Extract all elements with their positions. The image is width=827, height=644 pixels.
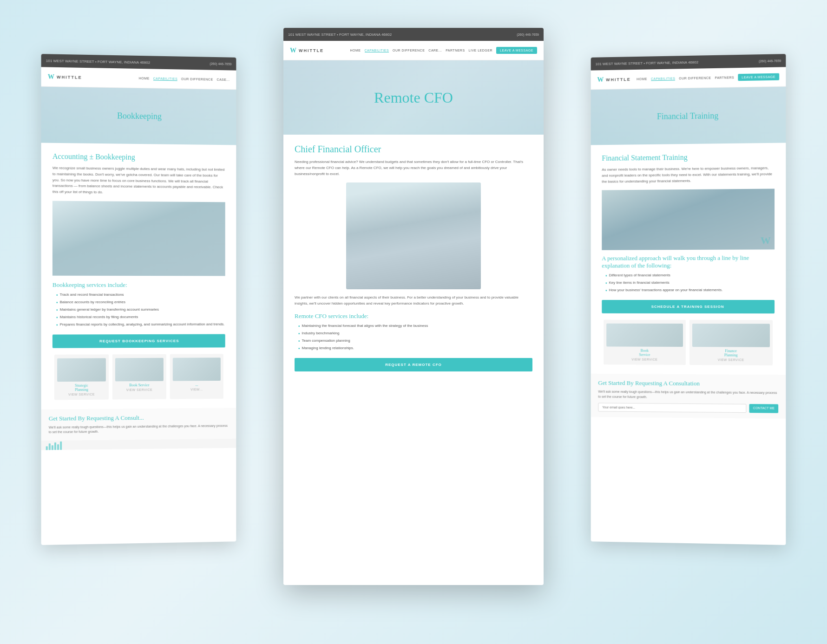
center-nav-partners[interactable]: PARTNERS xyxy=(446,49,465,52)
right-mini-card-img-1 xyxy=(606,324,683,347)
left-phone: (260) 446-7659 xyxy=(210,62,231,65)
center-logo: W WHITTLE xyxy=(290,47,324,54)
left-service-2: Balance accounts by reconciling entries xyxy=(56,300,225,306)
right-service-3: How your business' transactions appear o… xyxy=(605,288,774,293)
center-cta-button[interactable]: REQUEST A REMOTE CFO xyxy=(295,358,532,371)
left-mini-card-link-2[interactable]: VIEW SERVICE xyxy=(115,388,164,392)
center-white-nav: W WHITTLE HOME CAPABILITIES OUR DIFFEREN… xyxy=(283,41,544,60)
right-content: Financial Statement Training As owner ne… xyxy=(591,143,786,375)
right-cta-button[interactable]: SCHEDULE A TRAINING SESSION xyxy=(602,300,774,313)
left-nav-menu: HOME CAPABILITIES OUR DIFFERENCE CASE... xyxy=(139,76,230,81)
right-email-area: CONTACT ME xyxy=(598,403,778,413)
center-nav-menu: HOME CAPABILITIES OUR DIFFERENCE CARE...… xyxy=(350,47,537,54)
scene: 101 WEST WAYNE STREET • FORT WAYNE, INDI… xyxy=(0,0,827,644)
chart-bar-1 xyxy=(46,446,48,450)
center-hero-title: Remote CFO xyxy=(374,89,453,106)
left-chart-area xyxy=(41,439,236,450)
center-service-1: Maintaining the financial forecast that … xyxy=(298,324,532,329)
left-mini-card-link-3[interactable]: VIEW... xyxy=(173,388,221,391)
right-training-image: W xyxy=(602,189,774,250)
right-nav-menu: HOME CAPABILITIES OUR DIFFERENCE PARTNER… xyxy=(637,73,779,83)
right-nav-difference[interactable]: OUR DIFFERENCE xyxy=(679,76,711,80)
right-logo: W WHITTLE xyxy=(597,76,630,84)
center-top-nav: 101 WEST WAYNE STREET • FORT WAYNE, INDI… xyxy=(283,28,544,41)
left-mini-card-img-3 xyxy=(173,358,221,381)
bookkeeping-card: 101 WEST WAYNE STREET • FORT WAYNE, INDI… xyxy=(41,54,236,545)
right-hero: Financial Training xyxy=(591,87,786,145)
right-address: 101 WEST WAYNE STREET • FORT WAYNE, INDI… xyxy=(596,59,753,66)
left-logo-text: WHITTLE xyxy=(57,75,82,80)
left-logo-icon: W xyxy=(48,73,54,80)
center-leave-message-btn[interactable]: LEAVE A MESSAGE xyxy=(496,47,537,54)
center-services-title: Remote CFO services include: xyxy=(295,312,532,320)
left-services-title: Bookkeeping services include: xyxy=(53,281,225,289)
left-mini-card-1: StrategicPlanning VIEW SERVICE xyxy=(54,354,109,400)
center-nav-home[interactable]: HOME xyxy=(350,49,361,52)
left-nav-case[interactable]: CASE... xyxy=(217,78,230,81)
right-service-2: Key line items in financial statements xyxy=(605,280,774,286)
left-nav-capabilities[interactable]: CAPABILITIES xyxy=(153,77,177,81)
financial-training-card: 101 WEST WAYNE STREET • FORT WAYNE, INDI… xyxy=(591,54,786,545)
right-mini-card-link-2[interactable]: VIEW SERVICE xyxy=(692,358,770,362)
right-contact-btn[interactable]: CONTACT ME xyxy=(749,404,778,413)
svg-text:W: W xyxy=(761,235,771,246)
right-person-photo xyxy=(602,189,774,250)
left-cta-button[interactable]: REQUEST BOOKKEEPING SERVICES xyxy=(53,334,225,348)
right-leave-message-btn[interactable]: LEAVE A MESSAGE xyxy=(738,73,779,81)
left-mini-card-2: Book Service VIEW SERVICE xyxy=(112,354,166,400)
right-mini-card-title-1: BookService xyxy=(606,349,683,358)
chart-bar-4 xyxy=(54,442,56,450)
left-nav-home[interactable]: HOME xyxy=(139,77,150,80)
right-mini-card-link-1[interactable]: VIEW SERVICE xyxy=(606,358,683,362)
center-nav-ledger[interactable]: LIVE LEDGER xyxy=(469,49,492,52)
chart-bar-5 xyxy=(57,444,59,450)
right-body-text: As owner needs tools to manage their bus… xyxy=(602,165,774,185)
center-nav-capabilities[interactable]: CAPABILITIES xyxy=(365,49,389,52)
left-nav-difference[interactable]: OUR DIFFERENCE xyxy=(181,78,213,81)
center-body-text-1: Needing professional financial advice? W… xyxy=(295,159,532,177)
center-logo-icon: W xyxy=(290,47,296,54)
left-service-1: Track and record financial transactions xyxy=(56,293,225,298)
right-mini-card-2: FinancePlanning VIEW SERVICE xyxy=(689,320,773,365)
right-nav-partners[interactable]: PARTNERS xyxy=(715,76,735,79)
left-chart-bars xyxy=(46,441,62,450)
right-white-nav: W WHITTLE HOME CAPABILITIES OUR DIFFEREN… xyxy=(591,67,786,90)
left-mini-card-link-1[interactable]: VIEW SERVICE xyxy=(57,392,106,396)
right-consult-section: Get Started By Requesting A Consultation… xyxy=(591,374,786,419)
right-mini-card-title-2: FinancePlanning xyxy=(692,349,770,358)
left-mini-card-title-3: ... xyxy=(173,383,221,387)
right-logo-text: WHITTLE xyxy=(606,77,630,82)
center-phone: (260) 446-7659 xyxy=(517,33,539,36)
right-personalized-title: A personalized approach will walk you th… xyxy=(602,254,774,270)
left-booking-image xyxy=(53,201,225,276)
center-address: 101 WEST WAYNE STREET • FORT WAYNE, INDI… xyxy=(288,33,511,37)
chart-bar-3 xyxy=(52,445,53,450)
center-services-list: Maintaining the financial forecast that … xyxy=(295,324,532,351)
right-email-input[interactable] xyxy=(598,403,746,413)
left-body-text: We recognize small business owners juggl… xyxy=(53,165,225,196)
center-service-3: Team compensation planning xyxy=(298,338,532,344)
left-consult-section: Get Started By Requesting A Consult... W… xyxy=(41,408,236,441)
left-content: Accounting ± Bookkeeping We recognize sm… xyxy=(41,143,236,410)
center-nav-difference[interactable]: OUR DIFFERENCE xyxy=(393,49,425,52)
left-address: 101 WEST WAYNE STREET • FORT WAYNE, INDI… xyxy=(46,59,204,65)
center-content: Chief Financial Officer Needing professi… xyxy=(283,135,544,387)
center-service-4: Managing lending relationships. xyxy=(298,346,532,351)
left-person-photo xyxy=(53,201,225,276)
right-mini-cards: BookService VIEW SERVICE FinancePlanning… xyxy=(602,320,774,365)
right-logo-icon: W xyxy=(597,76,604,84)
center-logo-text: WHITTLE xyxy=(299,48,324,53)
center-nav-case[interactable]: CARE... xyxy=(428,49,442,52)
right-nav-home[interactable]: HOME xyxy=(637,77,647,80)
center-body-text-2: We partner with our clients on all finan… xyxy=(295,295,532,307)
right-nav-capabilities[interactable]: CAPABILITIES xyxy=(651,77,675,81)
right-watermark: W xyxy=(760,235,771,246)
left-mini-cards: StrategicPlanning VIEW SERVICE Book Serv… xyxy=(53,354,225,400)
left-section-title: Accounting ± Bookkeeping xyxy=(53,152,225,163)
left-service-5: Prepares financial reports by collecting… xyxy=(56,322,225,328)
center-service-2: Industry benchmarking xyxy=(298,331,532,337)
right-service-1: Different types of financial statements xyxy=(605,273,774,279)
center-section-title: Chief Financial Officer xyxy=(295,144,532,155)
left-mini-card-title-2: Book Service xyxy=(115,383,164,388)
left-hero-title: Bookkeeping xyxy=(117,111,162,121)
